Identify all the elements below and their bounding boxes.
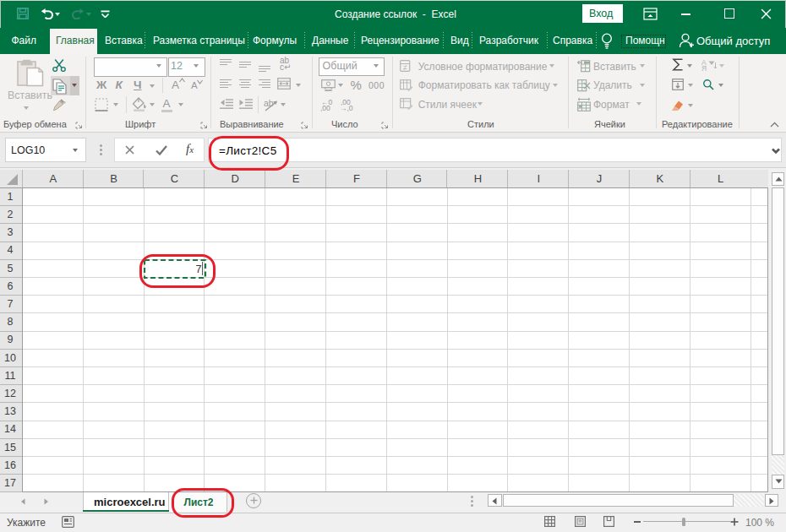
svg-text:≠: ≠ — [403, 63, 407, 72]
